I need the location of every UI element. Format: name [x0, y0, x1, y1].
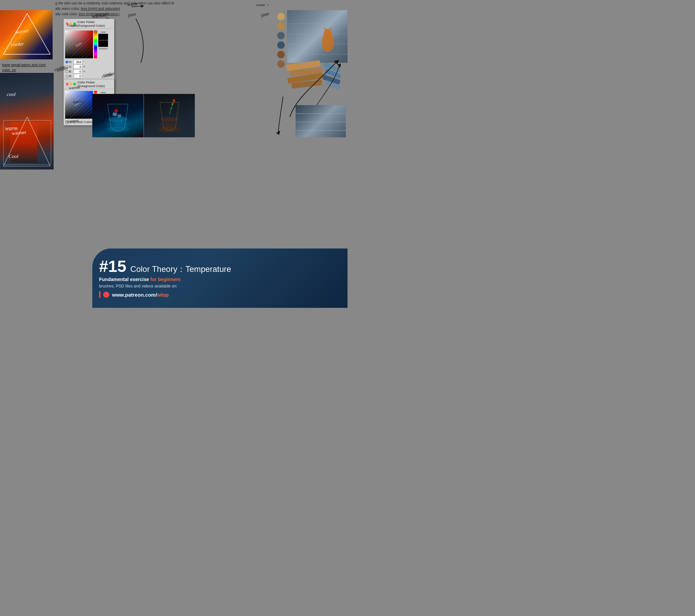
top-text-line2: ally warm color, less bright and saturat… [55, 6, 284, 12]
drinks-grid [92, 94, 195, 137]
swatch-1 [277, 13, 285, 20]
swatch-4 [277, 41, 285, 49]
banner-top-row: #15 Color Theory：Temperature [99, 258, 341, 275]
banner-subtitle: Fundamental exercise for beginners [99, 277, 341, 282]
top-text-area: g the skin can be a relatively cool cold… [53, 0, 286, 17]
top-text-line1: g the skin can be a relatively cool cold… [55, 1, 284, 6]
patreon-url-plain: www.patreon.com/ [112, 292, 157, 298]
banner-number: #15 [99, 258, 126, 275]
cp1-title-bar: Color Picker (Foreground Color) [64, 19, 114, 29]
svg-point-35 [172, 99, 175, 102]
staircase-photo-bottom [295, 105, 346, 137]
cat-staircase-photo [287, 10, 348, 63]
cool-label-artwork: cool [7, 91, 16, 97]
cp1-title: Color Picker (Foreground Color) [78, 20, 112, 28]
cp1-b-input[interactable] [74, 69, 82, 74]
cool-bottom-label: Cool [9, 154, 18, 159]
svg-marker-20 [337, 64, 341, 68]
cooler-label-on-img: cooler [11, 41, 24, 48]
swatch-3 [277, 32, 285, 39]
cp1-hue-strip[interactable] [94, 31, 97, 58]
drink-right [144, 94, 195, 137]
cp1-new-label: new [98, 31, 108, 34]
svg-marker-8 [328, 27, 332, 31]
patreon-url[interactable]: www.patreon.com/wlop [112, 292, 169, 298]
cp2-title-bar: Color Picker (Foreground Color) [64, 79, 114, 89]
svg-point-29 [114, 109, 118, 112]
cp1-new-color [98, 34, 108, 40]
cp1-s-input[interactable] [74, 65, 82, 69]
artwork-bottom-left: cool warm Cool [0, 73, 54, 170]
cp2-gradient[interactable]: warmer [65, 91, 93, 119]
warm-arrow-annotation: warm → [256, 3, 269, 7]
cp1-gradient[interactable]: hider [65, 31, 93, 58]
bottom-banner: #15 Color Theory：Temperature Fundamental… [92, 248, 348, 308]
cp1-r-input[interactable] [74, 74, 82, 78]
warmer-annotation-cp2: warmer [66, 118, 79, 124]
patreon-url-highlight: wlop [157, 292, 169, 298]
banner-desc: brushes, PSD files and videos available … [99, 284, 341, 288]
cp1-current-label: current [98, 47, 108, 50]
text-line1: have equal warm and cool color, so [2, 63, 46, 72]
drink-left [92, 94, 143, 137]
cp1-h-input[interactable] [74, 60, 82, 64]
cp2-title: Color Picker (Foreground Color) [78, 80, 112, 88]
banner-subtitle-highlight: for beginners [150, 277, 181, 282]
swatch-2 [277, 22, 285, 30]
arrows-brushstroke-area [273, 95, 293, 139]
cp1-current-color [98, 40, 108, 47]
patreon-circle-icon [103, 292, 109, 298]
svg-marker-0 [3, 14, 50, 54]
banner-patreon-row[interactable]: www.patreon.com/wlop [99, 291, 341, 298]
svg-marker-7 [324, 27, 327, 31]
banner-subtitle-plain: Fundamental exercise [99, 277, 150, 282]
patreon-bar-icon [99, 291, 100, 298]
cp2-new-label: new [98, 91, 108, 94]
top-text-line3: ally cold color, less bright and saturat… [55, 12, 284, 17]
banner-title: Color Theory：Temperature [130, 264, 231, 275]
svg-point-6 [324, 29, 332, 39]
warm-label-artwork: warm [5, 125, 17, 131]
artwork-top-left: warmer cooler [0, 10, 53, 59]
